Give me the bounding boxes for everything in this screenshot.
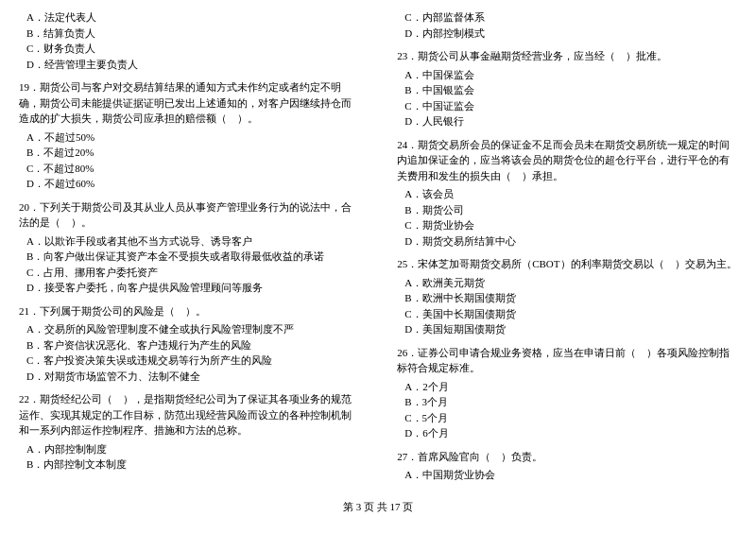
q23-option-c: C．中国证监会 bbox=[404, 98, 737, 114]
q24-option-b: B．期货公司 bbox=[404, 202, 737, 218]
two-column-layout: A．法定代表人 B．结算负责人 C．财务负责人 D．经营管理主要负责人 19．期… bbox=[19, 9, 737, 491]
q22-option-a: A．内部控制制度 bbox=[26, 441, 359, 457]
q18-option-a: A．法定代表人 bbox=[26, 9, 359, 26]
q25-option-b: B．欧洲中长期国债期货 bbox=[404, 290, 737, 306]
q27-block: 27．首席风险官向（ ）负责。 A．中国期货业协会 bbox=[397, 449, 737, 483]
q20-option-b: B．向客户做出保证其资产本金不受损失或者取得最低收益的承诺 bbox=[26, 249, 359, 265]
q20-option-c: C．占用、挪用客户委托资产 bbox=[26, 265, 359, 281]
q22-block: 22．期货经纪公司（ ），是指期货经纪公司为了保证其各项业务的规范运作、实现其规… bbox=[19, 391, 359, 473]
q26-option-a: A．2个月 bbox=[404, 379, 737, 395]
q23-option-a: A．中国保监会 bbox=[404, 67, 737, 83]
q24-text: 24．期货交易所会员的保证金不足而会员未在期货交易所统一规定的时间内追加保证金的… bbox=[397, 137, 737, 184]
q26-option-b: B．3个月 bbox=[404, 394, 737, 410]
q27-text: 27．首席风险官向（ ）负责。 bbox=[397, 449, 737, 465]
q19-block: 19．期货公司与客户对交易结算结果的通知方式未作约定或者约定不明确，期货公司未能… bbox=[19, 79, 359, 192]
q19-option-b: B．不超过20% bbox=[26, 145, 359, 161]
q21-text: 21．下列属于期货公司的风险是（ ）。 bbox=[19, 303, 359, 319]
q21-block: 21．下列属于期货公司的风险是（ ）。 A．交易所的风险管理制度不健全或执行风险… bbox=[19, 303, 359, 385]
q24-option-a: A．该会员 bbox=[404, 186, 737, 202]
q25-option-d: D．美国短期国债期货 bbox=[404, 321, 737, 337]
q21-option-a: A．交易所的风险管理制度不健全或执行风险管理制度不严 bbox=[26, 321, 359, 337]
right-column: C．内部监督体系 D．内部控制模式 23．期货公司从事金融期货经营业务，应当经（… bbox=[397, 9, 737, 491]
q21-option-b: B．客户资信状况恶化、客户违规行为产生的风险 bbox=[26, 337, 359, 353]
left-column: A．法定代表人 B．结算负责人 C．财务负责人 D．经营管理主要负责人 19．期… bbox=[19, 9, 359, 491]
q21-option-d: D．对期货市场监管不力、法制不健全 bbox=[26, 369, 359, 385]
q26-text: 26．证券公司申请合规业务资格，应当在申请日前（ ）各项风险控制指标符合规定标准… bbox=[397, 345, 737, 376]
q27-option-a: A．中国期货业协会 bbox=[404, 467, 737, 483]
q23-option-d: D．人民银行 bbox=[404, 113, 737, 129]
q25-option-c: C．美国中长期国债期货 bbox=[404, 306, 737, 322]
q26-option-c: C．5个月 bbox=[404, 410, 737, 426]
q22-option-c: C．内部监督体系 bbox=[404, 9, 737, 26]
q19-option-c: C．不超过80% bbox=[26, 161, 359, 177]
q20-option-d: D．接受客户委托，向客户提供风险管理顾问等服务 bbox=[26, 280, 359, 296]
q19-option-d: D．不超过60% bbox=[26, 176, 359, 192]
q24-option-d: D．期货交易所结算中心 bbox=[404, 233, 737, 250]
q22-cont-block: C．内部监督体系 D．内部控制模式 bbox=[397, 9, 737, 41]
q19-text: 19．期货公司与客户对交易结算结果的通知方式未作约定或者约定不明确，期货公司未能… bbox=[19, 79, 359, 127]
q23-option-b: B．中国银监会 bbox=[404, 82, 737, 98]
q22-option-b: B．内部控制文本制度 bbox=[26, 456, 359, 473]
q26-option-d: D．6个月 bbox=[404, 425, 737, 441]
q18-option-d: D．经营管理主要负责人 bbox=[26, 57, 359, 73]
q26-block: 26．证券公司申请合规业务资格，应当在申请日前（ ）各项风险控制指标符合规定标准… bbox=[397, 345, 737, 441]
q20-block: 20．下列关于期货公司及其从业人员从事资产管理业务行为的说法中，合法的是（ ）。… bbox=[19, 199, 359, 296]
q18-option-b: B．结算负责人 bbox=[26, 26, 359, 42]
q20-text: 20．下列关于期货公司及其从业人员从事资产管理业务行为的说法中，合法的是（ ）。 bbox=[19, 199, 359, 231]
page-footer: 第 3 页 共 17 页 bbox=[19, 500, 737, 514]
page-number: 第 3 页 共 17 页 bbox=[343, 501, 413, 512]
q24-block: 24．期货交易所会员的保证金不足而会员未在期货交易所统一规定的时间内追加保证金的… bbox=[397, 137, 737, 250]
q21-option-c: C．客户投资决策失误或违规交易等行为所产生的风险 bbox=[26, 353, 359, 369]
q20-option-a: A．以欺诈手段或者其他不当方式说导、诱导客户 bbox=[26, 233, 359, 250]
q23-text: 23．期货公司从事金融期货经营业务，应当经（ ）批准。 bbox=[397, 48, 737, 64]
q24-option-c: C．期货业协会 bbox=[404, 217, 737, 233]
q22-text: 22．期货经纪公司（ ），是指期货经纪公司为了保证其各项业务的规范运作、实现其规… bbox=[19, 391, 359, 439]
q25-block: 25．宋体芝加哥期货交易所（CBOT）的利率期货交易以（ ）交易为主。 A．欧洲… bbox=[397, 256, 737, 337]
page-container: A．法定代表人 B．结算负责人 C．财务负责人 D．经营管理主要负责人 19．期… bbox=[0, 0, 756, 534]
q25-option-a: A．欧洲美元期货 bbox=[404, 275, 737, 291]
q23-block: 23．期货公司从事金融期货经营业务，应当经（ ）批准。 A．中国保监会 B．中国… bbox=[397, 48, 737, 129]
q25-text: 25．宋体芝加哥期货交易所（CBOT）的利率期货交易以（ ）交易为主。 bbox=[397, 256, 737, 272]
q18-option-c: C．财务负责人 bbox=[26, 41, 359, 57]
q22-option-d: D．内部控制模式 bbox=[404, 26, 737, 42]
q18-options-block: A．法定代表人 B．结算负责人 C．财务负责人 D．经营管理主要负责人 bbox=[19, 9, 359, 72]
q19-option-a: A．不超过50% bbox=[26, 129, 359, 146]
